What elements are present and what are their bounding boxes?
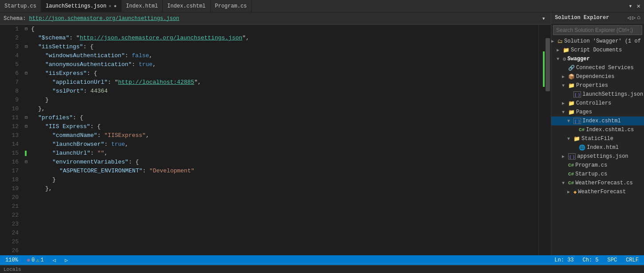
line-number[interactable]: Ln: 33 xyxy=(553,257,575,263)
errors-count[interactable]: ⊗ 0 ⚠ 1 xyxy=(25,257,46,264)
code-line-15[interactable]: ⊟"launchUrl": "", xyxy=(25,149,538,158)
tree-arrow[interactable]: ▶ xyxy=(557,47,563,53)
nav-back[interactable]: ◁ xyxy=(51,257,58,264)
vertical-scrollbar[interactable] xyxy=(545,25,551,255)
se-icon-folder: 📁 xyxy=(573,136,580,142)
code-line-25[interactable]: ⊟ xyxy=(25,238,538,246)
code-line-21[interactable]: ⊟ xyxy=(25,202,538,211)
tree-item-dependencies[interactable]: ▶📦Dependencies xyxy=(551,72,644,81)
tree-item-staticFile[interactable]: ▼📁StaticFile xyxy=(551,134,644,143)
code-line-3[interactable]: ⊟"iisSettings": { xyxy=(25,43,538,51)
collapse-btn[interactable]: ⊟ xyxy=(25,25,30,34)
tree-item-launchSettings[interactable]: { }launchSettings.json xyxy=(551,90,644,99)
code-line-5[interactable]: ⊟"anonymousAuthentication": true, xyxy=(25,60,538,69)
code-line-1[interactable]: ⊟{ xyxy=(25,25,538,34)
code-line-19[interactable]: ⊟}, xyxy=(25,184,538,193)
tab-close-launchsettings[interactable]: ✕ xyxy=(109,3,112,9)
tree-label: Properties xyxy=(576,82,608,89)
se-header-actions: ◁ ▷ ⌂ xyxy=(628,14,640,21)
minimap xyxy=(538,25,545,255)
nav-forward[interactable]: ▷ xyxy=(63,257,70,264)
code-line-9[interactable]: ⊟} xyxy=(25,96,538,105)
code-line-18[interactable]: ⊟} xyxy=(25,176,538,184)
error-icon: ⊗ xyxy=(27,257,30,264)
se-btn-forward[interactable]: ▷ xyxy=(632,14,636,21)
tab-program-cs[interactable]: Program.cs xyxy=(211,0,252,12)
tree-arrow[interactable]: ▼ xyxy=(567,136,573,141)
line-ending[interactable]: CRLF xyxy=(624,257,640,263)
code-area[interactable]: ⊟{⊟"$schema": "http://json.schemastore.o… xyxy=(22,25,538,255)
code-line-23[interactable]: ⊟ xyxy=(25,220,538,229)
code-line-17[interactable]: ⊟"ASPNETCORE_ENVIRONMENT": "Development" xyxy=(25,167,538,176)
zoom-level[interactable]: 110% xyxy=(4,257,20,263)
tree-arrow[interactable]: ▼ xyxy=(562,110,568,115)
tree-item-swagger[interactable]: ▼⚙Swagger xyxy=(551,55,644,63)
code-line-6[interactable]: ⊟"iisExpress": { xyxy=(25,69,538,78)
code-line-26[interactable]: ⊟ xyxy=(25,246,538,255)
tree-arrow[interactable]: ▼ xyxy=(557,57,563,62)
tree-item-solution[interactable]: ▶🗂Solution 'Swagger' (1 of 1 project) xyxy=(551,37,644,46)
code-line-14[interactable]: ⊟"launchBrowser": true, xyxy=(25,140,538,149)
scrollbar-thumb[interactable] xyxy=(546,38,550,91)
tab-close-all-button[interactable]: ✕ xyxy=(635,1,642,11)
code-line-4[interactable]: ⊟"windowsAuthentication": false, xyxy=(25,51,538,60)
tree-label: Startup.cs xyxy=(575,171,607,177)
tree-item-indexHtml[interactable]: 🌐Index.html xyxy=(551,143,644,152)
collapse-btn[interactable]: ⊟ xyxy=(25,43,30,51)
tree-arrow[interactable]: ▼ xyxy=(562,181,568,186)
se-btn-home[interactable]: ⌂ xyxy=(637,14,640,21)
code-line-8[interactable]: ⊟"sslPort": 44364 xyxy=(25,87,538,96)
tree-item-weatherForecastCs[interactable]: ▼C#WeatherForecast.cs xyxy=(551,179,644,187)
encoding[interactable]: SPC xyxy=(606,257,619,263)
code-line-22[interactable]: ⊟ xyxy=(25,211,538,220)
tree-item-indexCshtml[interactable]: ▼{ }Index.cshtml xyxy=(551,117,644,125)
tree-label: WeatherForecast xyxy=(578,189,626,195)
se-icon-folder: 📁 xyxy=(568,100,575,107)
tree-arrow[interactable]: ▶ xyxy=(567,189,573,195)
collapse-btn[interactable]: ⊟ xyxy=(25,122,30,131)
tree-arrow[interactable]: ▼ xyxy=(567,119,573,124)
tree-item-startupCs[interactable]: C#Startup.cs xyxy=(551,170,644,179)
tree-arrow[interactable]: ▼ xyxy=(562,83,568,88)
code-line-2[interactable]: ⊟"$schema": "http://json.schemastore.org… xyxy=(25,34,538,43)
tree-item-indexCshtmlCs[interactable]: C#Index.cshtml.cs xyxy=(551,125,644,134)
tree-item-script-docs[interactable]: ▶📁Script Documents xyxy=(551,46,644,55)
tree-item-properties[interactable]: ▼📁Properties xyxy=(551,81,644,90)
tab-modified-indicator: ● xyxy=(114,4,117,9)
tab-bar: Startup.cs launchSettings.json ✕ ● Index… xyxy=(0,0,644,12)
tab-bar-actions: ▾ ✕ xyxy=(627,1,644,11)
se-btn-back[interactable]: ◁ xyxy=(628,14,631,21)
tree-item-controllers[interactable]: ▶📁Controllers xyxy=(551,99,644,108)
tab-index-html[interactable]: Index.html xyxy=(122,0,163,12)
code-line-20[interactable]: ⊟ xyxy=(25,193,538,202)
tree-item-appsettings[interactable]: ▶{ }appsettings.json xyxy=(551,152,644,161)
tab-index-cshtml[interactable]: Index.cshtml xyxy=(163,0,210,12)
collapse-btn[interactable]: ⊟ xyxy=(25,158,30,167)
code-line-24[interactable]: ⊟ xyxy=(25,229,538,238)
collapse-btn[interactable]: ⊟ xyxy=(25,69,30,78)
tree-label: Index.cshtml xyxy=(582,118,620,124)
tree-arrow[interactable]: ▶ xyxy=(562,154,568,159)
tree-arrow[interactable]: ▶ xyxy=(551,39,558,44)
code-line-16[interactable]: ⊟"environmentVariables": { xyxy=(25,158,538,167)
schema-expand-btn[interactable]: ▾ xyxy=(540,14,547,23)
tree-item-connected-services[interactable]: 🔗Connected Services xyxy=(551,63,644,72)
code-line-11[interactable]: ⊟"profiles": { xyxy=(25,113,538,122)
tree-arrow[interactable]: ▶ xyxy=(562,74,568,79)
code-line-7[interactable]: ⊟"applicationUrl": "http://localhost:428… xyxy=(25,78,538,87)
tree-arrow[interactable]: ▶ xyxy=(562,101,568,106)
collapse-btn[interactable]: ⊟ xyxy=(25,113,30,122)
code-line-13[interactable]: ⊟"commandName": "IISExpress", xyxy=(25,131,538,140)
code-line-12[interactable]: ⊟"IIS Express": { xyxy=(25,122,538,131)
tab-list-button[interactable]: ▾ xyxy=(627,1,634,11)
se-search-input[interactable] xyxy=(553,25,642,35)
tab-launch-settings[interactable]: launchSettings.json ✕ ● xyxy=(41,0,122,12)
tree-label: Connected Services xyxy=(576,65,634,71)
schema-url[interactable]: http://json.schemastore.org/launchsettin… xyxy=(29,16,179,22)
tree-item-weatherForecast[interactable]: ▶◆WeatherForecast xyxy=(551,187,644,196)
tree-item-programCs[interactable]: C#Program.cs xyxy=(551,161,644,170)
tab-startup[interactable]: Startup.cs xyxy=(0,0,41,12)
tree-item-pages[interactable]: ▼📁Pages xyxy=(551,108,644,117)
code-line-10[interactable]: ⊟}, xyxy=(25,105,538,113)
col-number[interactable]: Ch: 5 xyxy=(581,257,601,263)
